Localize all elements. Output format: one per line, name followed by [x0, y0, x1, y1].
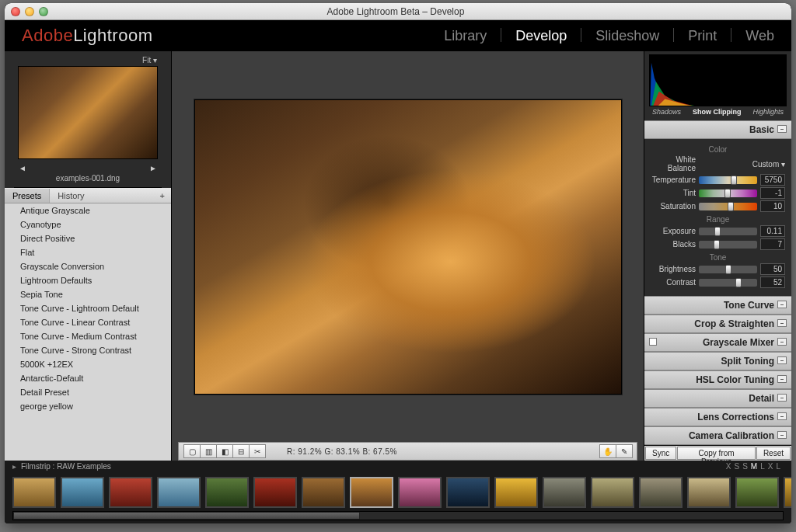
- white-balance-picker-icon[interactable]: ✎: [616, 444, 633, 458]
- prev-image-arrow[interactable]: ◄: [19, 164, 26, 172]
- preset-list[interactable]: Antique Grayscale Cyanotype Direct Posit…: [5, 203, 171, 461]
- filmstrip-thumb[interactable]: [205, 477, 249, 508]
- filmstrip-thumb[interactable]: [543, 477, 586, 508]
- preset-item[interactable]: 5000K +12EX: [5, 357, 171, 371]
- preset-item[interactable]: Tone Curve - Linear Contrast: [5, 315, 171, 329]
- filmstrip-thumb[interactable]: [12, 477, 56, 508]
- view-compare-icon[interactable]: ▥: [200, 444, 217, 458]
- section-lens-corrections[interactable]: Lens Corrections–: [644, 408, 791, 426]
- section-grayscale-mixer[interactable]: Grayscale Mixer–: [644, 333, 791, 352]
- preset-item[interactable]: Lightroom Defaults: [5, 273, 171, 287]
- tint-value[interactable]: -1: [760, 187, 785, 199]
- section-camera-calibration[interactable]: Camera Calibration–: [644, 426, 791, 445]
- scrollbar-thumb[interactable]: [13, 512, 360, 520]
- preset-item[interactable]: Sepia Tone: [5, 287, 171, 301]
- crop-tool-icon[interactable]: ✂: [249, 444, 266, 458]
- filmstrip-scrollbar[interactable]: [12, 511, 784, 520]
- collapse-icon[interactable]: –: [777, 319, 787, 327]
- preset-item[interactable]: Antique Grayscale: [5, 203, 171, 217]
- filmstrip-thumb[interactable]: [61, 477, 104, 508]
- view-before-after-icon[interactable]: ◧: [216, 444, 233, 458]
- filmstrip-thumb[interactable]: [350, 477, 393, 508]
- section-tone-curve[interactable]: Tone Curve–: [644, 296, 791, 315]
- reset-button[interactable]: Reset: [756, 447, 791, 460]
- filmstrip-thumb[interactable]: [735, 477, 779, 508]
- brightness-slider[interactable]: [699, 266, 757, 273]
- minimize-window-button[interactable]: [25, 7, 34, 16]
- temperature-slider[interactable]: [699, 176, 757, 184]
- navigator-thumbnail[interactable]: [18, 66, 158, 159]
- view-loupe-icon[interactable]: ▢: [183, 444, 201, 458]
- section-basic[interactable]: Basic–: [644, 120, 791, 139]
- sync-button[interactable]: Sync: [645, 447, 676, 460]
- nav-slideshow[interactable]: Slideshow: [595, 28, 659, 44]
- filmstrip-thumb[interactable]: [302, 477, 345, 508]
- collapse-icon[interactable]: –: [777, 301, 787, 308]
- collapse-icon[interactable]: –: [777, 125, 787, 133]
- histogram[interactable]: [649, 54, 787, 106]
- blacks-value[interactable]: 7: [760, 238, 785, 250]
- nav-library[interactable]: Library: [444, 28, 487, 44]
- brightness-value[interactable]: 50: [760, 263, 785, 275]
- preset-item[interactable]: Tone Curve - Lightroom Default: [5, 301, 171, 315]
- nav-develop[interactable]: Develop: [515, 28, 567, 44]
- saturation-slider[interactable]: [699, 203, 757, 210]
- show-clipping-toggle[interactable]: Show Clipping: [693, 108, 742, 116]
- grayscale-checkbox[interactable]: [649, 338, 657, 346]
- contrast-value[interactable]: 52: [760, 276, 785, 288]
- preset-item[interactable]: Flat: [5, 245, 171, 259]
- histogram-highlights-label[interactable]: Highlights: [752, 108, 784, 116]
- filmstrip[interactable]: [5, 472, 791, 511]
- hand-tool-icon[interactable]: ✋: [599, 444, 616, 458]
- nav-web[interactable]: Web: [745, 28, 774, 44]
- image-canvas[interactable]: [178, 57, 637, 436]
- view-split-icon[interactable]: ⊟: [232, 444, 250, 458]
- exposure-value[interactable]: 0.11: [760, 225, 785, 237]
- tab-presets[interactable]: Presets: [5, 189, 50, 203]
- tint-slider[interactable]: [699, 190, 757, 197]
- section-crop-straighten[interactable]: Crop & Straighten–: [644, 315, 791, 333]
- filmstrip-thumb[interactable]: [157, 477, 201, 508]
- thumbnail-size-picker[interactable]: XSSMLXL: [726, 462, 784, 471]
- preset-item[interactable]: Direct Positive: [5, 231, 171, 245]
- tab-history[interactable]: History: [50, 189, 92, 203]
- collapse-icon[interactable]: –: [777, 431, 787, 439]
- preset-item[interactable]: Cyanotype: [5, 217, 171, 231]
- collapse-icon[interactable]: –: [777, 356, 787, 364]
- copy-from-previous-button[interactable]: Copy from Previous: [677, 447, 756, 460]
- section-detail[interactable]: Detail–: [644, 389, 791, 408]
- preset-item[interactable]: Detail Preset: [5, 385, 171, 399]
- blacks-slider[interactable]: [699, 241, 757, 249]
- filmstrip-thumb[interactable]: [109, 477, 152, 508]
- filmstrip-thumb[interactable]: [591, 477, 634, 508]
- next-image-arrow[interactable]: ►: [149, 164, 157, 172]
- filmstrip-thumb[interactable]: [784, 477, 791, 508]
- saturation-value[interactable]: 10: [760, 200, 785, 212]
- wb-dropdown[interactable]: Custom ▾: [752, 160, 785, 169]
- zoom-window-button[interactable]: [39, 7, 48, 16]
- close-window-button[interactable]: [11, 7, 20, 16]
- collapse-icon[interactable]: –: [777, 394, 787, 402]
- exposure-slider[interactable]: [699, 228, 757, 235]
- collapse-icon[interactable]: –: [777, 412, 787, 420]
- section-hsl-color-tuning[interactable]: HSL Color Tuning–: [644, 370, 791, 389]
- histogram-shadows-label[interactable]: Shadows: [652, 108, 681, 116]
- add-preset-button[interactable]: +: [154, 191, 171, 200]
- preset-item[interactable]: Antarctic-Default: [5, 371, 171, 385]
- collapse-icon[interactable]: –: [777, 375, 787, 383]
- section-split-toning[interactable]: Split Toning–: [644, 352, 791, 370]
- preset-item[interactable]: Tone Curve - Strong Contrast: [5, 343, 171, 357]
- zoom-fit-dropdown[interactable]: Fit ▾: [142, 56, 157, 64]
- collapse-icon[interactable]: –: [777, 338, 787, 346]
- filmstrip-thumb[interactable]: [446, 477, 490, 508]
- filmstrip-thumb[interactable]: [687, 477, 731, 508]
- temperature-value[interactable]: 5750: [760, 174, 785, 186]
- preset-item[interactable]: george yellow: [5, 399, 171, 413]
- filmstrip-thumb[interactable]: [494, 477, 538, 508]
- preset-item[interactable]: Tone Curve - Medium Contrast: [5, 329, 171, 343]
- filmstrip-thumb[interactable]: [253, 477, 297, 508]
- filmstrip-thumb[interactable]: [639, 477, 683, 508]
- preset-item[interactable]: Grayscale Conversion: [5, 259, 171, 273]
- nav-print[interactable]: Print: [688, 28, 717, 44]
- contrast-slider[interactable]: [699, 279, 757, 287]
